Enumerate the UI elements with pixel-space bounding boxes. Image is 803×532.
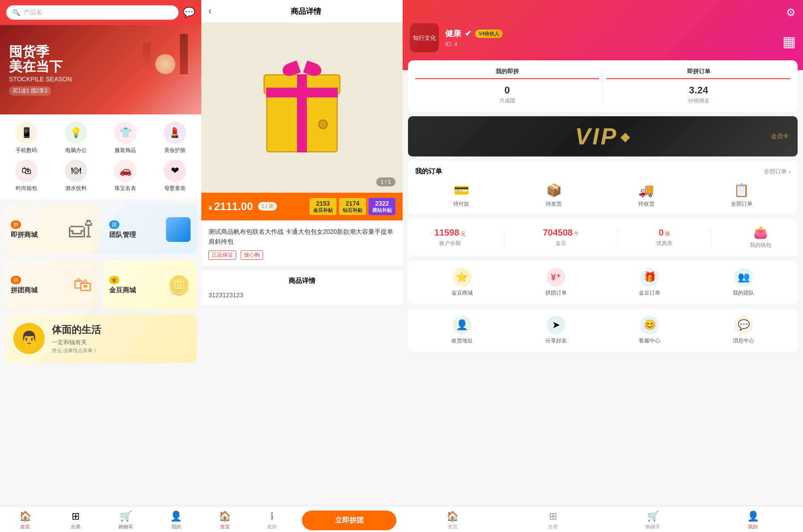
balance-num: 11598 — [434, 228, 459, 238]
promo-subtitle: 一定和钱有关 — [52, 338, 101, 346]
join-group-button[interactable]: 立即拼团 — [302, 511, 396, 530]
promo-character: 👨 — [13, 323, 45, 354]
discount-tags: 2153 金豆补贴 2174 钻石补贴 2322 黑钻补贴 — [310, 198, 395, 215]
coupons-display: 0 张 — [659, 228, 670, 238]
jindou-mall-card[interactable]: 金 金豆商城 🪙 — [103, 260, 197, 309]
service-jindou-orders[interactable]: 🎁 金豆订单 — [639, 268, 660, 297]
order-section-title: 我的订单 — [415, 167, 442, 176]
guarantee-tags: 正品保证 放心购 — [208, 250, 395, 260]
feature-cards-row2: 拼 拼团商城 🛍 金 金豆商城 🪙 — [0, 256, 201, 314]
black-num: 2322 — [375, 200, 389, 207]
balance-unit: 元 — [460, 230, 466, 238]
share-label: 分享好友 — [545, 337, 567, 345]
category-label: 服装饰品 — [115, 147, 136, 154]
user-avatar: 知行文化 — [410, 23, 439, 52]
category-label: 酒水饮料 — [65, 185, 87, 192]
category-item-clothing[interactable]: 👕 服装饰品 — [103, 122, 148, 154]
customer-service-icon: 😊 — [640, 316, 659, 334]
home-header: 🔍 产品名 💬 — [0, 0, 201, 25]
cart-nav-icon: 🛒 — [120, 511, 132, 522]
service-customer[interactable]: 😊 客服中心 — [639, 316, 660, 345]
category-item-phone[interactable]: 📱 手机数码 — [4, 122, 49, 154]
order-pending-ship[interactable]: 📦 待发货 — [546, 183, 562, 208]
vip-sub-text: 会员卡 — [771, 132, 789, 140]
all-orders-link[interactable]: 全部订单 › — [764, 168, 790, 176]
category-item-jewelry[interactable]: 🚗 珠宝名表 — [103, 160, 148, 192]
coins-item[interactable]: 704508 个 金豆 — [543, 228, 579, 247]
p2-nav-rules[interactable]: ℹ 规则 — [249, 511, 296, 530]
commission-num: 3.24 — [689, 84, 708, 96]
promo-banner[interactable]: 👨 体面的生活 一定和钱有关 禁点·没事找点美事！ — [4, 314, 197, 363]
service-my-team[interactable]: 👥 我的团队 — [733, 268, 754, 297]
back-button[interactable]: ‹ — [208, 5, 212, 17]
balance-display: 11598 元 — [434, 228, 466, 238]
category-label: 电脑办公 — [65, 147, 87, 154]
nav-category[interactable]: ⊞ 分类 — [51, 511, 101, 530]
stat-divider — [603, 68, 603, 105]
pending-ship-label: 待发货 — [546, 200, 562, 208]
my-team-icon: 👥 — [734, 268, 753, 287]
baby-icon: ❤ — [164, 160, 186, 182]
product-price: ¥ 2111.00 — [208, 200, 253, 213]
jipin-mall-card[interactable]: 拼 即拼商城 🛋 — [4, 205, 98, 254]
p3-nav-category[interactable]: ⊞ 分类 — [503, 511, 603, 530]
black-label: 黑钻补贴 — [372, 207, 392, 213]
search-bar[interactable]: 🔍 产品名 — [6, 5, 178, 20]
gift-ribbon-horizontal — [266, 88, 338, 97]
wallet-item[interactable]: 👛 我的钱包 — [750, 226, 771, 249]
page-title: 商品详情 — [216, 6, 395, 17]
p3-nav-home[interactable]: 🏠 首页 — [403, 511, 503, 530]
qr-code-icon[interactable]: ▦ — [782, 33, 796, 50]
service-messages[interactable]: 💬 消息中心 — [733, 316, 754, 345]
product-detail-header: ‹ 商品详情 — [201, 0, 403, 23]
service-pintuan-orders[interactable]: ¥⁺ 拼团订单 — [545, 268, 567, 297]
order-all-orders[interactable]: 📋 全部订单 — [731, 183, 752, 208]
p3-nav-cart[interactable]: 🛒 购物车 — [603, 511, 703, 530]
pintuan-mall-card[interactable]: 拼 拼团商城 🛍 — [4, 260, 98, 309]
service-jindou-mall[interactable]: ⭐ 金豆商城 — [451, 268, 473, 297]
p3-mine-nav-label: 我的 — [748, 524, 758, 530]
promo-text: 体面的生活 一定和钱有关 禁点·没事找点美事！ — [52, 323, 101, 354]
category-item-beauty[interactable]: 💄 美妆护肤 — [153, 122, 197, 154]
service-share[interactable]: ➤ 分享好友 — [545, 316, 567, 345]
vip-card[interactable]: VIP ◆ 会员卡 — [408, 116, 798, 156]
order-pending-receive[interactable]: 🚚 待收货 — [638, 183, 654, 208]
team-title: 团队管理 — [109, 231, 136, 239]
balance-item[interactable]: 11598 元 账户余额 — [434, 228, 466, 247]
share-icon: ➤ — [547, 316, 565, 334]
nav-mine[interactable]: 👤 我的 — [151, 511, 202, 530]
team-management-card[interactable]: 团 团队管理 — [103, 205, 197, 254]
order-pending-payment[interactable]: 💳 待付款 — [453, 183, 469, 208]
p3-cart-nav-icon: 🛒 — [647, 511, 659, 522]
p2-home-icon: 🏠 — [219, 511, 231, 522]
category-item-baby[interactable]: ❤ 母婴童装 — [153, 160, 197, 192]
category-item-computer[interactable]: 💡 电脑办公 — [54, 122, 98, 154]
jipin-order-title: 即拼订单 — [607, 68, 790, 79]
category-item-bag[interactable]: 🛍 时尚箱包 — [4, 160, 49, 192]
product-description: 测试商品帆布包联名大作战 卡通大包包女2020新款潮大容量手提单肩斜挎包 正品保… — [201, 220, 403, 266]
my-team-label: 我的团队 — [733, 289, 754, 297]
p3-nav-mine[interactable]: 👤 我的 — [703, 511, 803, 530]
category-item-drink[interactable]: 🍽 酒水饮料 — [54, 160, 98, 192]
pintuan-title: 拼团商城 — [11, 286, 38, 295]
coupons-item[interactable]: 0 张 优惠券 — [656, 228, 672, 247]
feature-cards-row1: 拼 即拼商城 🛋 团 团队管理 — [0, 200, 201, 258]
settings-icon[interactable]: ⚙ — [786, 6, 796, 19]
detail-content: 3123123123 — [208, 291, 395, 299]
username-text: 健康 — [445, 28, 461, 39]
phone-icon: 📱 — [15, 122, 38, 144]
nav-cart[interactable]: 🛒 购物车 — [101, 511, 151, 530]
diamond-num: 2174 — [345, 200, 359, 207]
avatar-text: 知行文化 — [413, 34, 436, 42]
messages-icon: 💬 — [734, 316, 753, 334]
coins-label: 金豆 — [556, 240, 566, 247]
coupons-label: 优惠券 — [656, 240, 672, 247]
message-icon[interactable]: 💬 — [183, 7, 195, 18]
guarantee-tag-2: 放心购 — [241, 250, 263, 260]
nav-home[interactable]: 🏠 首页 — [0, 511, 51, 530]
p2-nav-home[interactable]: 🏠 首页 — [201, 511, 249, 530]
guarantee-tag-1: 正品保证 — [208, 250, 236, 260]
profile-header: ⚙ 知行文化 健康 ✔ V4合伙人 ID: 4 ▦ — [403, 0, 803, 70]
service-address[interactable]: 👤 收货地址 — [451, 316, 473, 345]
coins-unit: 个 — [574, 230, 579, 238]
